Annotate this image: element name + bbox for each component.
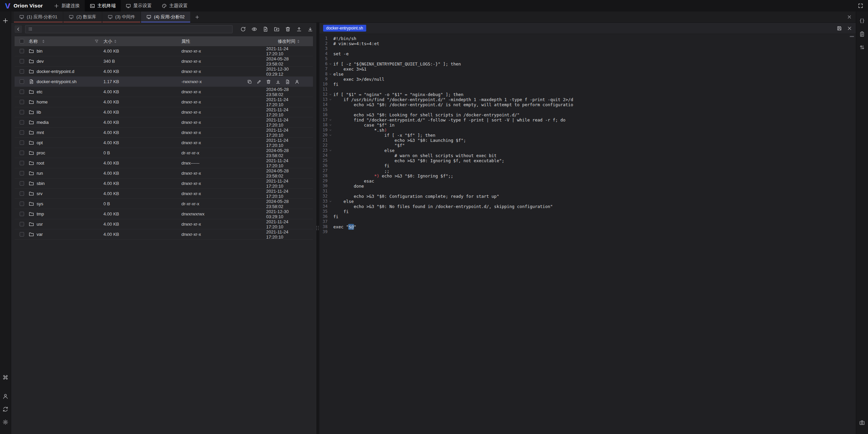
editor-file-tab[interactable]: docker-entrypoint.sh (323, 25, 366, 32)
sort-size-icon[interactable] (114, 40, 116, 43)
row-checkbox[interactable] (20, 90, 24, 94)
terminal-tab-4[interactable]: (4) 应用-分析02 (141, 12, 190, 22)
table-row-bin[interactable]: bin4.00 KBdrwxr-xr-x2021-11-24 17:20:10 (15, 46, 313, 56)
fold-toggle-icon[interactable] (328, 61, 333, 67)
permission-icon[interactable] (295, 79, 299, 84)
path-input[interactable] (35, 27, 230, 32)
fold-toggle-icon[interactable] (328, 122, 333, 128)
table-row-tmp[interactable]: tmp4.00 KBdrwxrwxrwx2021-12-30 03:29:10 (15, 209, 313, 219)
sort-name-icon[interactable] (42, 40, 44, 43)
upload-icon[interactable] (296, 26, 302, 32)
copy-icon[interactable] (247, 79, 252, 84)
table-row-docker-entrypoint.d[interactable]: docker-entrypoint.d4.00 KBdrwxr-xr-x2021… (15, 67, 313, 77)
row-checkbox[interactable] (20, 120, 24, 125)
table-row-root[interactable]: root4.00 KBdrwx------2021-11-24 17:20:10 (15, 158, 313, 168)
save-file-icon[interactable] (837, 26, 842, 31)
table-row-sys[interactable]: sys0 Bdr-xr-xr-x2024-05-28 23:58:02 (15, 199, 313, 209)
new-folder-icon[interactable] (274, 26, 279, 32)
settings-icon[interactable] (2, 419, 8, 425)
nav-item-host-terminal[interactable]: 主机终端 (85, 0, 121, 12)
move-icon[interactable] (285, 79, 290, 84)
row-checkbox[interactable] (20, 181, 24, 186)
row-checkbox[interactable] (20, 171, 24, 175)
code-text: if [ "$1" = "nginx" -o "$1" = "nginx-deb… (333, 92, 463, 97)
download-icon[interactable] (276, 79, 280, 84)
show-hidden-icon[interactable] (252, 26, 257, 32)
nav-item-new-connection[interactable]: 新建连接 (49, 0, 85, 12)
row-checkbox[interactable] (20, 191, 24, 196)
refresh-icon[interactable] (240, 26, 246, 32)
sftp-icon[interactable] (859, 18, 865, 24)
row-checkbox[interactable] (20, 151, 24, 155)
table-row-run[interactable]: run4.00 KBdrwxr-xr-x2024-05-28 23:58:02 (15, 168, 313, 178)
row-checkbox[interactable] (20, 79, 24, 84)
row-checkbox[interactable] (20, 140, 24, 145)
table-row-var[interactable]: var4.00 KBdrwxr-xr-x2021-11-24 17:20:10 (15, 229, 313, 240)
fold-toggle-icon[interactable] (328, 92, 333, 97)
table-row-mnt[interactable]: mnt4.00 KBdrwxr-xr-x2021-11-24 17:20:10 (15, 128, 313, 138)
row-checkbox[interactable] (20, 212, 24, 216)
row-checkbox[interactable] (20, 161, 24, 165)
code-editor[interactable]: 1#!/bin/sh2# vim:sw=4:ts=4:et34set -e56i… (319, 34, 856, 434)
download-icon[interactable] (308, 26, 313, 32)
table-row-usr[interactable]: usr4.00 KBdrwxr-xr-x2021-11-24 17:20:10 (15, 219, 313, 229)
row-checkbox[interactable] (20, 110, 24, 114)
editor-scrollbar-thumb[interactable] (850, 36, 854, 37)
row-checkbox[interactable] (20, 202, 24, 206)
directory-tree-icon[interactable] (28, 27, 33, 31)
screenshot-icon[interactable] (859, 420, 865, 426)
fold-toggle-icon[interactable] (328, 148, 333, 153)
row-checkbox[interactable] (20, 49, 24, 53)
close-editor-icon[interactable] (847, 26, 852, 31)
table-row-proc[interactable]: proc0 Bdr-xr-xr-x2024-05-28 23:58:02 (15, 148, 313, 158)
column-header-name[interactable]: 名称 (29, 38, 38, 44)
fold-toggle-icon[interactable] (328, 133, 333, 138)
add-tab-icon[interactable] (195, 15, 199, 19)
row-checkbox[interactable] (20, 69, 24, 74)
shortcut-keys-icon[interactable] (2, 374, 8, 380)
row-checkbox[interactable] (20, 130, 24, 135)
transfer-list-icon[interactable] (859, 44, 865, 50)
close-panel-icon[interactable] (847, 15, 852, 19)
filter-icon[interactable] (95, 39, 99, 43)
fold-toggle-icon[interactable] (328, 117, 333, 122)
sort-mtime-icon[interactable] (297, 40, 299, 43)
nav-item-theme-settings[interactable]: 主题设置 (157, 0, 193, 12)
table-row-home[interactable]: home4.00 KBdrwxr-xr-x2021-11-24 17:20:10 (15, 97, 313, 107)
panel-splitter[interactable] (316, 23, 319, 434)
row-checkbox[interactable] (20, 232, 24, 237)
table-row-opt[interactable]: opt4.00 KBdrwxr-xr-x2021-11-24 17:20:10 (15, 138, 313, 148)
column-header-mtime[interactable]: 修改时间 (278, 38, 295, 44)
back-button[interactable] (15, 25, 22, 33)
table-row-srv[interactable]: srv4.00 KBdrwxr-xr-x2021-11-24 17:20:10 (15, 189, 313, 199)
column-header-size[interactable]: 大小 (103, 38, 112, 44)
select-all-checkbox[interactable] (20, 39, 24, 43)
table-row-sbin[interactable]: sbin4.00 KBdrwxr-xr-x2021-11-24 17:20:10 (15, 178, 313, 189)
table-row-media[interactable]: media4.00 KBdrwxr-xr-x2021-11-24 17:20:1… (15, 117, 313, 128)
table-row-lib[interactable]: lib4.00 KBdrwxr-xr-x2021-11-24 17:20:10 (15, 107, 313, 117)
user-info-icon[interactable] (2, 393, 8, 399)
table-row-docker-entrypoint.sh[interactable]: docker-entrypoint.sh1.17 KB-rwxrwxr-x (15, 77, 313, 87)
app-logo[interactable]: Orion Visor (0, 0, 49, 12)
terminal-tab-2[interactable]: (2) 数据库 (63, 12, 102, 22)
table-row-etc[interactable]: etc4.00 KBdrwxr-xr-x2024-05-28 23:58:02 (15, 87, 313, 97)
new-file-icon[interactable] (263, 26, 268, 32)
delete-icon[interactable] (285, 26, 291, 32)
fullscreen-icon[interactable] (858, 3, 863, 8)
row-checkbox[interactable] (20, 59, 24, 63)
new-connection-icon[interactable] (2, 18, 8, 24)
fold-toggle-icon[interactable] (328, 199, 333, 204)
nav-item-display-settings[interactable]: 显示设置 (121, 0, 157, 12)
row-checkbox[interactable] (20, 100, 24, 104)
fold-toggle-icon[interactable] (328, 128, 333, 133)
terminal-tab-1[interactable]: (1) 应用-分析01 (14, 12, 63, 22)
fold-toggle-icon[interactable] (328, 72, 333, 77)
fold-toggle-icon[interactable] (328, 97, 333, 102)
sync-icon[interactable] (2, 406, 8, 412)
delete-icon[interactable] (266, 79, 271, 84)
clipboard-icon[interactable] (859, 31, 865, 37)
table-row-dev[interactable]: dev340 Bdrwxr-xr-x2024-05-28 23:58:02 (15, 56, 313, 67)
row-checkbox[interactable] (20, 222, 24, 226)
terminal-tab-3[interactable]: (3) 中间件 (102, 12, 141, 22)
edit-icon[interactable] (257, 79, 261, 84)
